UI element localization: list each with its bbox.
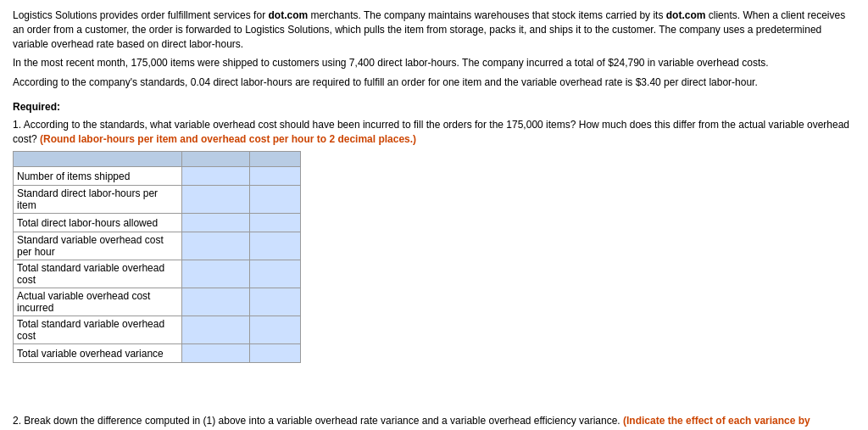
q1-row-val2-0[interactable] (250, 167, 301, 186)
table-row: Standard direct labor-hours per item (14, 186, 301, 214)
q1-table: Number of items shippedStandard direct l… (13, 151, 301, 363)
q2-text: 2. Break down the difference computed in… (13, 414, 855, 430)
q1-header-col2 (182, 152, 250, 167)
q1-row-val1-2[interactable] (182, 214, 250, 232)
q1-row-val2-3[interactable] (250, 232, 301, 260)
table-row: Actual variable overhead cost incurred (14, 288, 301, 316)
q1-row-label-4: Total standard variable overhead cost (14, 260, 182, 288)
q1-row-val2-1[interactable] (250, 186, 301, 214)
q1-row-val1-0[interactable] (182, 167, 250, 186)
q1-row-val2-6[interactable] (250, 316, 301, 344)
required-label: Required: (13, 100, 855, 114)
intro-section: Logistics Solutions provides order fulfi… (13, 8, 855, 90)
q1-header-col3 (250, 152, 301, 167)
q1-row-val1-3[interactable] (182, 232, 250, 260)
intro-para3: According to the company's standards, 0.… (13, 75, 855, 90)
q1-row-label-5: Actual variable overhead cost incurred (14, 288, 182, 316)
required-section: Required: 1. According to the standards,… (13, 100, 855, 430)
spacer (13, 371, 855, 397)
q1-row-val1-1[interactable] (182, 186, 250, 214)
q1-row-val1-5[interactable] (182, 288, 250, 316)
table-row: Total variable overhead variance (14, 344, 301, 363)
dotcom-bold2: dot.com (666, 9, 706, 21)
q1-row-val2-2[interactable] (250, 214, 301, 232)
q1-text: 1. According to the standards, what vari… (13, 118, 855, 147)
q1-row-val2-7[interactable] (250, 344, 301, 363)
q1-row-val1-6[interactable] (182, 316, 250, 344)
q1-row-label-7: Total variable overhead variance (14, 344, 182, 363)
table-row: Total standard variable overhead cost (14, 316, 301, 344)
q1-row-val1-4[interactable] (182, 260, 250, 288)
intro-para2: In the most recent month, 175,000 items … (13, 56, 855, 70)
q1-row-label-6: Total standard variable overhead cost (14, 316, 182, 344)
q1-row-label-0: Number of items shipped (14, 167, 182, 186)
dotcom-bold1: dot.com (268, 9, 308, 21)
q1-row-label-2: Total direct labor-hours allowed (14, 214, 182, 232)
q1-row-val2-4[interactable] (250, 260, 301, 288)
q1-row-val1-7[interactable] (182, 344, 250, 363)
table-row: Number of items shipped (14, 167, 301, 186)
intro-para1: Logistics Solutions provides order fulfi… (13, 8, 855, 51)
table-row: Standard variable overhead cost per hour (14, 232, 301, 260)
q1-row-label-3: Standard variable overhead cost per hour (14, 232, 182, 260)
q1-header-col1 (14, 152, 182, 167)
q1-row-label-1: Standard direct labor-hours per item (14, 186, 182, 214)
table-row: Total direct labor-hours allowed (14, 214, 301, 232)
q1-orange-text: (Round labor-hours per item and overhead… (40, 133, 416, 145)
q1-row-val2-5[interactable] (250, 288, 301, 316)
table-row: Total standard variable overhead cost (14, 260, 301, 288)
